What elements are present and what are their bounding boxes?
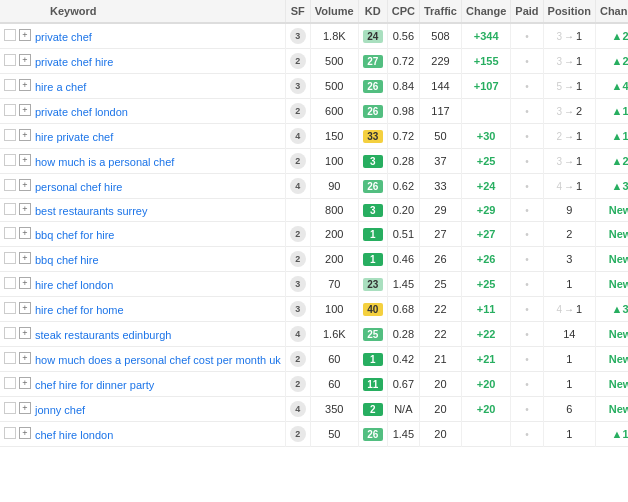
keyword-cell: +private chef hire [0, 49, 285, 74]
cpc-cell: 0.98 [387, 99, 419, 124]
add-keyword-button[interactable]: + [19, 129, 31, 141]
add-keyword-button[interactable]: + [19, 252, 31, 264]
row-checkbox[interactable] [4, 427, 16, 439]
pos-arrow-icon: → [564, 56, 574, 67]
keyword-link[interactable]: jonny chef [35, 404, 85, 416]
sf-badge: 2 [290, 376, 306, 392]
keyword-link[interactable]: hire a chef [35, 81, 86, 93]
traffic-change-cell: +20 [461, 372, 510, 397]
traffic-change-cell: +25 [461, 272, 510, 297]
add-keyword-button[interactable]: + [19, 154, 31, 166]
add-keyword-button[interactable]: + [19, 54, 31, 66]
keyword-link[interactable]: bbq chef hire [35, 254, 99, 266]
row-checkbox[interactable] [4, 402, 16, 414]
row-checkbox[interactable] [4, 104, 16, 116]
keyword-link[interactable]: chef hire london [35, 429, 113, 441]
kd-cell: 11 [358, 372, 387, 397]
keyword-link[interactable]: private chef hire [35, 56, 113, 68]
row-checkbox[interactable] [4, 302, 16, 314]
add-keyword-button[interactable]: + [19, 377, 31, 389]
add-keyword-button[interactable]: + [19, 79, 31, 91]
col-sf[interactable]: SF [285, 0, 310, 23]
cpc-cell: N/A [387, 397, 419, 422]
col-change-traffic[interactable]: Change [461, 0, 510, 23]
sf-badge: 2 [290, 53, 306, 69]
traffic-cell: 22 [419, 297, 461, 322]
row-checkbox[interactable] [4, 129, 16, 141]
keyword-link[interactable]: hire chef for home [35, 304, 124, 316]
pos-prev: 3 [556, 56, 562, 67]
kd-badge: 40 [363, 303, 383, 316]
paid-cell: • [511, 322, 543, 347]
col-change-pos[interactable]: Change [595, 0, 628, 23]
keyword-link[interactable]: how much does a personal chef cost per m… [35, 354, 281, 366]
keyword-link[interactable]: private chef [35, 31, 92, 43]
row-checkbox[interactable] [4, 377, 16, 389]
col-paid[interactable]: Paid [511, 0, 543, 23]
position-change-cell: ▲2 [595, 149, 628, 174]
add-keyword-button[interactable]: + [19, 352, 31, 364]
add-keyword-button[interactable]: + [19, 179, 31, 191]
pos-current: 1 [576, 130, 582, 142]
col-kd[interactable]: KD [358, 0, 387, 23]
col-keyword[interactable]: Keyword [0, 0, 285, 23]
keyword-link[interactable]: how much is a personal chef [35, 156, 174, 168]
row-checkbox[interactable] [4, 29, 16, 41]
position-change-cell: New [595, 372, 628, 397]
traffic-change-cell [461, 99, 510, 124]
table-body: +private chef31.8K240.56508+344•3 → 1▲2+… [0, 23, 628, 447]
keyword-link[interactable]: hire private chef [35, 131, 113, 143]
table-header-row: Keyword SF Volume KD CPC Traffic Change … [0, 0, 628, 23]
kd-badge: 33 [363, 130, 383, 143]
keyword-cell: +how much is a personal chef [0, 149, 285, 174]
row-checkbox[interactable] [4, 179, 16, 191]
row-checkbox[interactable] [4, 252, 16, 264]
keyword-link[interactable]: personal chef hire [35, 181, 122, 193]
col-traffic[interactable]: Traffic [419, 0, 461, 23]
col-position[interactable]: Position [543, 0, 595, 23]
kd-cell: 2 [358, 397, 387, 422]
pos-current: 3 [566, 253, 572, 265]
keyword-link[interactable]: hire chef london [35, 279, 113, 291]
row-checkbox[interactable] [4, 352, 16, 364]
keyword-cell: +how much does a personal chef cost per … [0, 347, 285, 372]
add-keyword-button[interactable]: + [19, 402, 31, 414]
add-keyword-button[interactable]: + [19, 29, 31, 41]
pos-current: 1 [576, 303, 582, 315]
row-checkbox[interactable] [4, 79, 16, 91]
add-keyword-button[interactable]: + [19, 302, 31, 314]
traffic-change-cell: +25 [461, 149, 510, 174]
col-volume[interactable]: Volume [310, 0, 358, 23]
add-keyword-button[interactable]: + [19, 104, 31, 116]
row-checkbox[interactable] [4, 227, 16, 239]
kd-cell: 26 [358, 74, 387, 99]
keyword-link[interactable]: best restaurants surrey [35, 205, 148, 217]
row-checkbox[interactable] [4, 54, 16, 66]
row-checkbox[interactable] [4, 277, 16, 289]
position-cell: 2 → 1 [543, 124, 595, 149]
pos-current: 2 [576, 105, 582, 117]
col-cpc[interactable]: CPC [387, 0, 419, 23]
add-keyword-button[interactable]: + [19, 277, 31, 289]
row-checkbox[interactable] [4, 203, 16, 215]
keyword-link[interactable]: bbq chef for hire [35, 229, 115, 241]
sf-badge: 2 [290, 351, 306, 367]
add-keyword-button[interactable]: + [19, 203, 31, 215]
traffic-change-cell: +20 [461, 397, 510, 422]
add-keyword-button[interactable]: + [19, 427, 31, 439]
keyword-link[interactable]: private chef london [35, 106, 128, 118]
table-row: +chef hire for dinner party260110.6720+2… [0, 372, 628, 397]
keyword-link[interactable]: steak restaurants edinburgh [35, 329, 171, 341]
add-keyword-button[interactable]: + [19, 327, 31, 339]
sf-badge: 3 [290, 78, 306, 94]
kd-cell: 26 [358, 99, 387, 124]
paid-cell: • [511, 99, 543, 124]
keyword-link[interactable]: chef hire for dinner party [35, 379, 154, 391]
add-keyword-button[interactable]: + [19, 227, 31, 239]
row-checkbox[interactable] [4, 327, 16, 339]
table-row: +private chef31.8K240.56508+344•3 → 1▲2 [0, 23, 628, 49]
sf-cell: 3 [285, 23, 310, 49]
pos-current: 1 [576, 80, 582, 92]
row-checkbox[interactable] [4, 154, 16, 166]
cpc-cell: 0.56 [387, 23, 419, 49]
